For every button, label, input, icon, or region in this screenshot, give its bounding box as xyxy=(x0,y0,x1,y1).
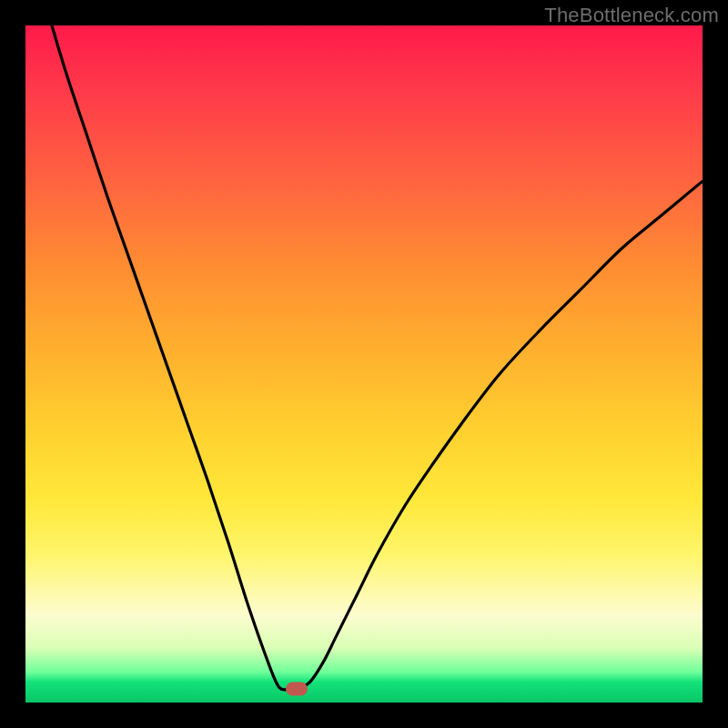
chart-frame: TheBottleneck.com xyxy=(0,0,728,728)
optimum-marker xyxy=(286,682,308,696)
bottleneck-curve xyxy=(25,25,703,703)
chart-plot-area xyxy=(25,25,703,703)
watermark-text: TheBottleneck.com xyxy=(544,4,719,27)
